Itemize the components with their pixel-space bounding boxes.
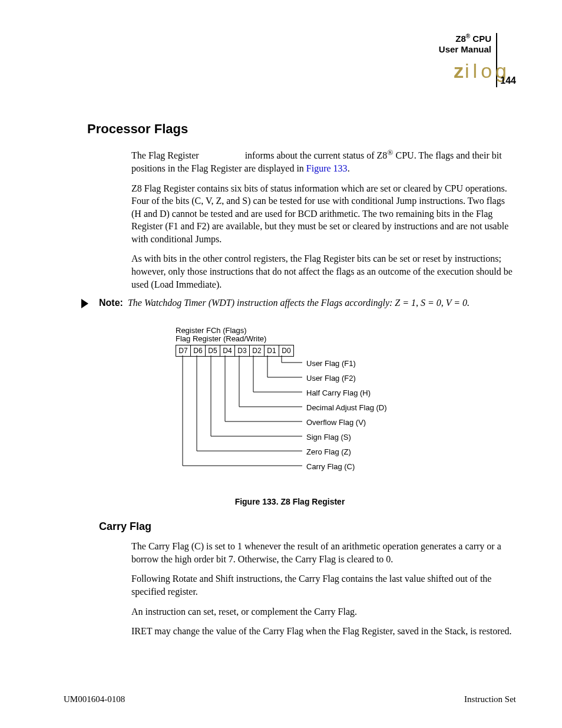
- p1-b: informs about the current status of Z8: [245, 150, 388, 160]
- note-label: Note:: [99, 298, 123, 308]
- product-name-1a: Z8: [455, 34, 466, 44]
- paragraph-1: The Flag Register informs about the curr…: [131, 147, 516, 175]
- flag-label-s: Sign Flag (S): [306, 433, 351, 442]
- page-footer: UM001604-0108 Instruction Set: [64, 694, 516, 704]
- bit-d3: D3: [234, 345, 250, 357]
- bit-row: D7 D6 D5 D4 D3 D2 D1 D0: [176, 345, 294, 357]
- product-name-2: User Manual: [439, 44, 491, 54]
- page-header: Z8® CPU User Manual zilog 144: [64, 33, 516, 98]
- bit-d6: D6: [190, 345, 206, 357]
- bit-d5: D5: [205, 345, 220, 357]
- flag-label-z: Zero Flag (Z): [306, 447, 351, 456]
- product-name-1b: CPU: [470, 34, 491, 44]
- flag-label-f2: User Flag (F2): [306, 374, 356, 383]
- header-title: Z8® CPU User Manual: [439, 33, 491, 55]
- footer-section: Instruction Set: [464, 694, 516, 704]
- fig-reg-line1: Register FCh (Flags): [176, 326, 247, 335]
- bit-d7: D7: [176, 345, 191, 357]
- paragraph-3: As with bits in the other control regist…: [131, 252, 516, 291]
- cf-para-3: An instruction can set, reset, or comple…: [131, 605, 516, 618]
- bit-d4: D4: [220, 345, 235, 357]
- flag-label-v: Overflow Flag (V): [306, 418, 366, 427]
- paragraph-2: Z8 Flag Register contains six bits of st…: [131, 182, 516, 246]
- p1-sup: ®: [387, 148, 393, 157]
- flag-label-h: Half Carry Flag (H): [306, 388, 371, 397]
- cf-para-2: Following Rotate and Shift instructions,…: [131, 572, 516, 598]
- note-arrow-icon: [81, 299, 88, 308]
- subsection-heading: Carry Flag: [99, 521, 516, 533]
- bit-d1: D1: [264, 345, 279, 357]
- p1-a: The Flag Register: [131, 150, 199, 160]
- figure-caption: Figure 133. Z8 Flag Register: [64, 497, 516, 506]
- flag-label-f1: User Flag (F1): [306, 359, 356, 368]
- flag-label-c: Carry Flag (C): [306, 462, 355, 471]
- cf-para-4: IRET may change the value of the Carry F…: [131, 625, 516, 638]
- page-number: 144: [500, 75, 516, 86]
- note-text: The Watchdog Timer (WDT) instruction aff…: [128, 298, 470, 308]
- note-block: Note: The Watchdog Timer (WDT) instructi…: [81, 298, 516, 308]
- figure-xref[interactable]: Figure 133: [306, 163, 348, 173]
- figure-lines: [176, 355, 423, 485]
- bit-d2: D2: [249, 345, 265, 357]
- fig-reg-line2: Flag Register (Read/Write): [176, 334, 266, 343]
- footer-docnum: UM001604-0108: [64, 694, 125, 704]
- p1-d: .: [348, 163, 350, 173]
- figure-133: Register FCh (Flags) Flag Register (Read…: [64, 326, 516, 491]
- cf-para-1: The Carry Flag (C) is set to 1 whenever …: [131, 540, 516, 565]
- bit-d0: D0: [279, 345, 294, 357]
- flag-label-d: Decimal Adjust Flag (D): [306, 403, 387, 412]
- section-heading: Processor Flags: [87, 121, 516, 137]
